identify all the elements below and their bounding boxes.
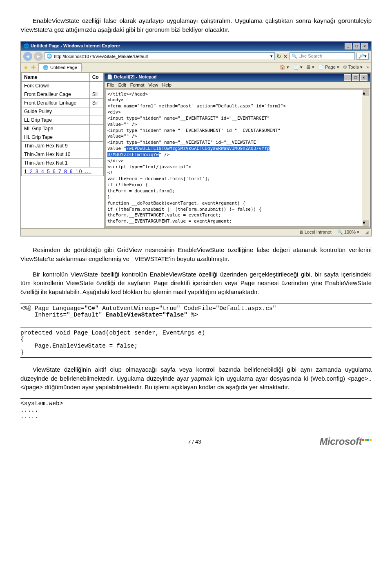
back-icon[interactable]: ◄ <box>23 52 32 61</box>
search-dropdown-icon[interactable]: 🔎▾ <box>356 53 369 60</box>
search-input[interactable]: 🔍 Live Search <box>290 52 355 60</box>
notepad-menu[interactable]: FileEditFormatViewHelp <box>105 82 370 89</box>
browser-tab[interactable]: 🌐Untitled Page <box>38 63 82 71</box>
table-row: HL Grip Tape <box>22 133 104 141</box>
paragraph-3: Bir kontrolün ViewState özelliği kontrol… <box>20 270 372 297</box>
ie-screenshot: 🌐 Untitled Page - Windows Internet Explo… <box>20 41 372 237</box>
paragraph-4: ViewState özelliğinin aktif olup olmayac… <box>20 365 372 392</box>
add-favorites-icon[interactable]: ✚ <box>31 64 36 71</box>
ie-statusbar: 🖥 Local intranet 🔍 100% ▾ ◢ <box>21 228 371 236</box>
notepad-scrollbar[interactable]: ▲▼ <box>362 90 369 227</box>
intro-paragraph: EnableViewState özelliği false olarak ay… <box>20 16 372 34</box>
table-row: Front Derailleur CageSil <box>22 90 104 98</box>
address-bar[interactable]: 🌐http://localhost:1074/ViewState_Makale/… <box>45 52 275 60</box>
refresh-icon[interactable]: ↻ <box>276 53 281 60</box>
ie-address-toolbar: ◄ ► 🌐http://localhost:1074/ViewState_Mak… <box>21 51 371 62</box>
zone-indicator: 🖥 Local intranet <box>299 230 332 235</box>
stop-icon[interactable]: ✕ <box>283 53 288 60</box>
table-row: ML Grip Tape <box>22 124 104 133</box>
minimize-icon: _ <box>345 43 352 49</box>
gridview-pane: NameCo Fork Crown Front Derailleur CageS… <box>21 73 104 229</box>
ie-title-text: 🌐 Untitled Page - Windows Internet Explo… <box>24 43 120 49</box>
code-block-3: <system.web> ..... ..... <box>20 398 372 422</box>
table-row: LL Grip Tape <box>22 116 104 124</box>
paragraph-2: Resimden de görüldüğü gibi GridView nesn… <box>20 245 372 263</box>
notepad-window-controls[interactable]: _□× <box>343 74 368 81</box>
page-number: 7 / 43 <box>188 439 201 445</box>
resize-grip-icon[interactable]: ◢ <box>365 230 368 235</box>
table-row: Front Derailleur LinkageSil <box>22 98 104 107</box>
ie-tabstrip: ★ ✚ 🌐Untitled Page ▫ 🏠 ▾ 📃 ▾ 🖶 ▾ 📄 Page … <box>21 62 371 73</box>
gridview-table: NameCo Fork Crown Front Derailleur CageS… <box>21 73 104 176</box>
col-co: Co <box>89 73 103 81</box>
code-block-2: protected void Page_Load(object sender, … <box>20 328 372 358</box>
ie-titlebar: 🌐 Untitled Page - Windows Internet Explo… <box>21 42 371 51</box>
code-block-1: <%@ Page Language="C#" AutoEventWireup="… <box>20 303 372 320</box>
table-row: Fork Crown <box>22 81 104 90</box>
table-row: Thin-Jam Hex Nut 1 <box>22 158 104 167</box>
microsoft-logo: Microsoft <box>320 436 372 447</box>
zoom-indicator[interactable]: 🔍 100% ▾ <box>337 230 359 235</box>
notepad-titlebar: 📄 Default[2] - Notepad _□× <box>105 74 370 82</box>
forward-icon[interactable]: ► <box>34 52 43 61</box>
notepad-content[interactable]: </title></head> <body> <form name="form1… <box>105 89 369 227</box>
grid-pager[interactable]: 1 2 3 4 5 6 7 8 9 10 ... <box>22 167 104 176</box>
page-footer: 7 / 43 Microsoft <box>20 434 372 447</box>
notepad-window: 📄 Default[2] - Notepad _□× FileEditForma… <box>104 73 371 229</box>
table-row: Guide Pulley <box>22 107 104 116</box>
window-controls[interactable]: _□× <box>344 43 368 49</box>
ie-command-bar[interactable]: 🏠 ▾ 📃 ▾ 🖶 ▾ 📄 Page ▾ ⚙ Tools ▾ » <box>280 65 369 70</box>
col-name: Name <box>22 73 90 81</box>
close-icon: × <box>361 43 368 49</box>
table-row: Thin-Jam Hex Nut 9 <box>22 141 104 150</box>
maximize-icon: □ <box>353 43 360 49</box>
viewstate-highlight: /wEPDwULLTE1NTQwMzg5MzVkGAEFCUdyaWRWaWV3… <box>126 146 270 151</box>
table-row: Thin-Jam Hex Nut 10 <box>22 150 104 158</box>
favorites-icon[interactable]: ★ <box>23 64 29 71</box>
